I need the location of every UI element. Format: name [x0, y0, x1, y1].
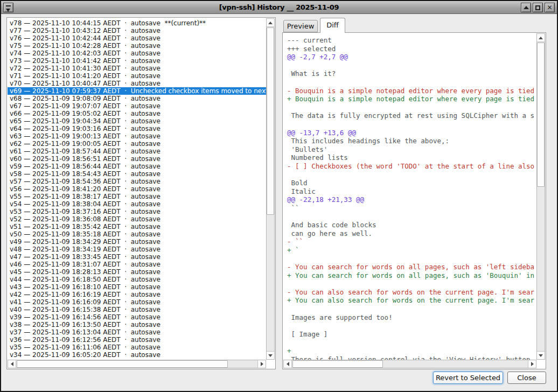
- list-item[interactable]: v74 — 2025-11-10 10:42:03 AEDT · autosav…: [8, 50, 267, 57]
- list-item[interactable]: v57 — 2025-11-09 18:54:36 AEDT · autosav…: [8, 178, 267, 185]
- close-button[interactable]: Close: [507, 372, 546, 384]
- diff-horizontal-scrollbar[interactable]: [283, 360, 536, 368]
- list-item[interactable]: v73 — 2025-11-10 10:41:42 AEDT · autosav…: [8, 57, 267, 65]
- diff-line: [287, 61, 536, 70]
- list-item[interactable]: v49 — 2025-11-09 18:34:29 AEDT · autosav…: [8, 238, 267, 246]
- list-item[interactable]: v72 — 2025-11-10 10:41:30 AEDT · autosav…: [8, 65, 267, 72]
- diff-line: - You can search for words on all pages,…: [287, 263, 536, 271]
- diff-vertical-scrollbar-thumb[interactable]: [537, 43, 545, 187]
- arrow-up-icon: [539, 37, 543, 39]
- list-item[interactable]: v64 — 2025-11-09 19:03:16 AEDT · autosav…: [8, 125, 267, 132]
- scroll-down-button[interactable]: [537, 351, 545, 359]
- list-item[interactable]: v54 — 2025-11-09 18:38:04 AEDT · autosav…: [8, 200, 267, 208]
- diff-line: This includes headings like the above,:: [287, 137, 536, 145]
- list-item[interactable]: v61 — 2025-11-09 18:57:44 AEDT · autosav…: [8, 148, 267, 155]
- list-item[interactable]: v59 — 2025-11-09 18:56:44 AEDT · autosav…: [8, 163, 267, 170]
- diff-vertical-scrollbar[interactable]: [536, 33, 545, 360]
- diff-line: [287, 305, 536, 313]
- diff-horizontal-scrollbar-thumb[interactable]: [292, 360, 383, 368]
- list-item[interactable]: v78 — 2025-11-10 10:44:15 AEDT · autosav…: [8, 19, 267, 27]
- list-item[interactable]: v47 — 2025-11-09 18:33:45 AEDT · autosav…: [8, 253, 267, 261]
- history-window: [vpn-ssh] History __ 2025-11-09 ✕ v78 — …: [0, 0, 558, 392]
- version-history-list: v78 — 2025-11-10 10:44:15 AEDT · autosav…: [6, 17, 276, 369]
- list-item[interactable]: v70 — 2025-11-10 10:40:47 AEDT · autosav…: [8, 80, 267, 87]
- arrow-down-icon: [268, 354, 273, 357]
- list-horizontal-scrollbar[interactable]: [8, 360, 266, 368]
- tab-diff[interactable]: Diff: [320, 18, 345, 33]
- list-item[interactable]: v65 — 2025-11-09 19:04:34 AEDT · autosav…: [8, 117, 267, 125]
- list-item[interactable]: v69 — 2025-11-10 07:59:37 AEDT · Uncheck…: [8, 87, 267, 95]
- list-item[interactable]: v48 — 2025-11-09 18:34:19 AEDT · autosav…: [8, 246, 267, 253]
- scroll-left-button[interactable]: [8, 360, 16, 368]
- list-item[interactable]: v77 — 2025-11-10 10:43:12 AEDT · autosav…: [8, 27, 267, 34]
- list-item[interactable]: v44 — 2025-11-09 16:18:50 AEDT · autosav…: [8, 276, 267, 283]
- arrow-left-icon: [287, 362, 289, 366]
- titlebar: [vpn-ssh] History __ 2025-11-09 ✕: [1, 1, 557, 14]
- scroll-up-button[interactable]: [267, 19, 274, 27]
- scroll-down-button[interactable]: [267, 351, 274, 359]
- diff-line: ``: [287, 204, 536, 213]
- list-item[interactable]: v38 — 2025-11-09 16:13:50 AEDT · autosav…: [8, 321, 267, 328]
- list-item[interactable]: v68 — 2025-11-09 19:08:09 AEDT · autosav…: [8, 95, 267, 102]
- tab-preview[interactable]: Preview: [283, 20, 318, 32]
- diff-line: [287, 103, 536, 112]
- diff-line: What is it?: [287, 69, 536, 78]
- diff-line: [287, 120, 536, 129]
- window-title: [vpn-ssh] History __ 2025-11-09: [1, 3, 557, 11]
- diff-line: + You can also search for words on the c…: [287, 296, 536, 305]
- list-item[interactable]: v35 — 2025-11-09 16:11:06 AEDT · autosav…: [8, 344, 267, 351]
- list-item[interactable]: v36 — 2025-11-09 16:12:56 AEDT · autosav…: [8, 336, 267, 344]
- diff-line: @@ -13,7 +13,6 @@: [287, 129, 536, 137]
- maximize-button[interactable]: [533, 3, 543, 12]
- close-icon: ✕: [547, 4, 552, 11]
- diff-line: Italic: [287, 187, 536, 196]
- list-item[interactable]: v40 — 2025-11-09 16:15:38 AEDT · autosav…: [8, 306, 267, 313]
- diff-line: + Bouquin is a simple notepad editor whe…: [287, 95, 536, 103]
- list-item[interactable]: v55 — 2025-11-09 18:38:17 AEDT · autosav…: [8, 193, 267, 200]
- diff-line: 'Bullets': [287, 145, 536, 154]
- scroll-right-button[interactable]: [528, 360, 536, 368]
- list-item[interactable]: v63 — 2025-11-09 19:00:13 AEDT · autosav…: [8, 132, 267, 140]
- list-item[interactable]: v76 — 2025-11-10 10:42:44 AEDT · autosav…: [8, 34, 267, 42]
- scroll-left-button[interactable]: [284, 360, 292, 368]
- list-item[interactable]: v43 — 2025-11-09 16:18:10 AEDT · autosav…: [8, 283, 267, 291]
- diff-line: - ``: [287, 237, 536, 246]
- list-item[interactable]: v52 — 2025-11-09 18:36:08 AEDT · autosav…: [8, 215, 267, 223]
- list-item[interactable]: v53 — 2025-11-09 18:37:16 AEDT · autosav…: [8, 208, 267, 215]
- diff-line: - You can also search for words on the c…: [287, 288, 536, 297]
- diff-line: [287, 254, 536, 263]
- diff-line: [287, 321, 536, 330]
- list-item[interactable]: v50 — 2025-11-09 18:35:18 AEDT · autosav…: [8, 230, 267, 238]
- diff-line: + `: [287, 246, 536, 255]
- list-item[interactable]: v39 — 2025-11-09 16:14:56 AEDT · autosav…: [8, 313, 267, 321]
- list-item[interactable]: v66 — 2025-11-09 19:05:02 AEDT · autosav…: [8, 110, 267, 117]
- shade-button[interactable]: [521, 3, 531, 12]
- list-item[interactable]: v42 — 2025-11-09 16:16:19 AEDT · autosav…: [8, 291, 267, 298]
- list-item[interactable]: v34 — 2025-11-09 16:05:20 AEDT · autosav…: [8, 351, 267, 359]
- list-item[interactable]: v56 — 2025-11-09 18:41:20 AEDT · autosav…: [8, 185, 267, 193]
- list-item[interactable]: v58 — 2025-11-09 18:54:43 AEDT · autosav…: [8, 170, 267, 178]
- diff-line: @@ -22,18 +21,33 @@: [287, 195, 536, 204]
- scroll-up-button[interactable]: [537, 34, 545, 42]
- close-window-button[interactable]: ✕: [545, 3, 555, 12]
- list-vertical-scrollbar-thumb[interactable]: [267, 27, 274, 215]
- list-item[interactable]: v51 — 2025-11-09 18:35:42 AEDT · autosav…: [8, 223, 267, 230]
- diff-line: Numbered lists: [287, 153, 536, 162]
- arrow-right-icon: [261, 362, 263, 366]
- list-item[interactable]: v45 — 2025-11-09 18:28:13 AEDT · autosav…: [8, 268, 267, 276]
- list-item[interactable]: v75 — 2025-11-10 10:42:28 AEDT · autosav…: [8, 42, 267, 50]
- list-item[interactable]: v62 — 2025-11-09 19:00:05 AEDT · autosav…: [8, 140, 267, 148]
- list-horizontal-scrollbar-thumb[interactable]: [17, 360, 228, 368]
- list-item[interactable]: v71 — 2025-11-10 10:41:20 AEDT · autosav…: [8, 72, 267, 80]
- scroll-right-button[interactable]: [257, 360, 266, 368]
- list-item[interactable]: v60 — 2025-11-09 18:56:51 AEDT · autosav…: [8, 155, 267, 163]
- list-item[interactable]: v41 — 2025-11-09 16:16:09 AEDT · autosav…: [8, 298, 267, 306]
- arrow-right-icon: [531, 362, 534, 366]
- list-vertical-scrollbar[interactable]: [266, 18, 275, 360]
- list-item[interactable]: v37 — 2025-11-09 16:13:04 AEDT · autosav…: [8, 328, 267, 336]
- list-item[interactable]: v67 — 2025-11-09 19:07:07 AEDT · autosav…: [8, 102, 267, 110]
- shade-icon: [524, 6, 529, 9]
- revert-to-selected-button[interactable]: Revert to Selected: [433, 372, 503, 384]
- list-item[interactable]: v46 — 2025-11-09 18:31:07 AEDT · autosav…: [8, 261, 267, 268]
- diff-line: [287, 338, 536, 347]
